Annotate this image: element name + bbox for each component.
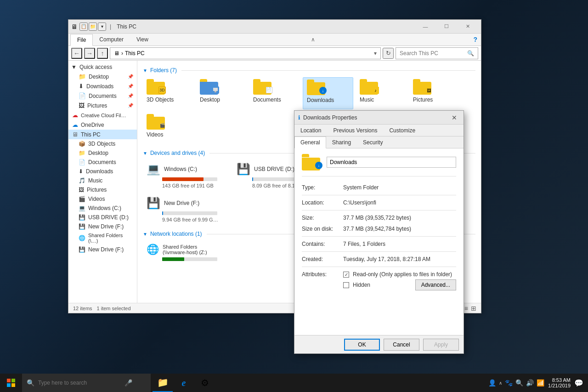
- network-icon[interactable]: 📶: [537, 379, 544, 386]
- folders-collapse-arrow[interactable]: ▼: [143, 68, 147, 73]
- network-drive-icon: 🌐: [147, 244, 159, 256]
- sidebar-item-documents[interactable]: 📄 Documents: [68, 158, 137, 167]
- sidebar-item-videos[interactable]: 🎬 Videos: [68, 194, 137, 204]
- sidebar-item-creative-cloud[interactable]: ☁ Creative Cloud Fil…: [68, 110, 137, 120]
- advanced-btn[interactable]: Advanced...: [415, 279, 456, 290]
- folder-videos[interactable]: 🎬 Videos: [143, 112, 193, 144]
- videos-icon: 🎬: [79, 196, 85, 202]
- sidebar-item-pictures-qa[interactable]: 🖼 Pictures 📌: [68, 101, 137, 110]
- ok-btn[interactable]: OK: [344, 339, 380, 351]
- dialog-close-btn[interactable]: ✕: [449, 113, 460, 123]
- search-box[interactable]: 🔍: [396, 47, 478, 59]
- sidebar-item-downloads[interactable]: ⬇ Downloads: [68, 167, 137, 176]
- address-breadcrumb[interactable]: 🖥 › This PC ▾: [110, 47, 381, 59]
- minimize-btn[interactable]: —: [415, 20, 436, 34]
- sidebar-item-documents-qa[interactable]: 📄 Documents 📌: [68, 91, 137, 101]
- hidden-checkbox[interactable]: [343, 282, 349, 288]
- taskbar-app-other[interactable]: ⚙: [195, 374, 215, 392]
- tab-view[interactable]: View: [130, 34, 155, 45]
- readonly-checkbox[interactable]: [343, 272, 349, 278]
- dialog-tab-security[interactable]: Security: [357, 136, 389, 148]
- folder-label: 3D Objects: [147, 97, 174, 103]
- sidebar-item-pictures[interactable]: 🖼 Pictures: [68, 185, 137, 194]
- refresh-btn[interactable]: ↻: [383, 48, 394, 59]
- sidebar-item-music[interactable]: 🎵 Music: [68, 176, 137, 185]
- devices-collapse-arrow[interactable]: ▼: [143, 151, 147, 156]
- drive-bar: [162, 211, 163, 215]
- view-toggle-details[interactable]: ≡: [464, 305, 468, 312]
- ribbon-expand-btn[interactable]: ∧: [311, 36, 317, 43]
- sidebar-item-onedrive[interactable]: ☁ OneDrive: [68, 120, 137, 130]
- folder-label: Documents: [253, 97, 281, 103]
- qat-new-folder-btn[interactable]: 📁: [89, 23, 97, 31]
- sidebar-label: New Drive (F:): [88, 246, 124, 253]
- sidebar-label: Music: [88, 177, 102, 184]
- folder-3dobjects[interactable]: 3D 3D Objects: [143, 77, 193, 109]
- back-btn[interactable]: ←: [71, 48, 82, 59]
- sidebar-item-new-f2[interactable]: 💾 New Drive (F:): [68, 245, 137, 254]
- folders-section-header[interactable]: ▼ Folders (7): [143, 67, 475, 74]
- folder-downloads[interactable]: ↓ Downloads: [303, 77, 353, 109]
- notification-icon[interactable]: 🐾: [505, 379, 513, 386]
- taskbar-app-edge[interactable]: e: [174, 374, 194, 392]
- taskbar-search-input[interactable]: [38, 380, 121, 386]
- sidebar-quick-access[interactable]: ▼ Quick access: [68, 62, 137, 72]
- tab-file[interactable]: File: [70, 34, 93, 46]
- search-tray-icon[interactable]: 🔍: [515, 379, 523, 386]
- sidebar-item-windows-c[interactable]: 💻 Windows (C:): [68, 204, 137, 213]
- drive-header: 💾 New Drive (F:): [147, 197, 226, 210]
- drive-new-f[interactable]: 💾 New Drive (F:) 9.94 GB free of 9.99 G…: [143, 194, 230, 225]
- folder-pictures[interactable]: 🖼 Pictures: [409, 77, 460, 109]
- view-toggle-icons[interactable]: ⊞: [471, 305, 476, 312]
- icon-row: ♪: [360, 79, 378, 95]
- dialog-tab-previous-versions[interactable]: Previous Versions: [327, 125, 383, 136]
- sidebar-item-this-pc[interactable]: 🖥 This PC: [68, 130, 137, 139]
- search-input[interactable]: [400, 50, 459, 57]
- dialog-tab-sharing[interactable]: Sharing: [326, 136, 357, 148]
- dialog-tab-customize[interactable]: Customize: [383, 125, 421, 136]
- sidebar-item-new-f[interactable]: 💾 New Drive (F:): [68, 222, 137, 231]
- sidebar-item-downloads-qa[interactable]: ⬇ Downloads 📌: [68, 81, 137, 91]
- music-icon: 🎵: [79, 177, 85, 184]
- taskbar-app-explorer[interactable]: 📁: [153, 374, 173, 392]
- taskbar-search-box[interactable]: 🔍 🎤: [22, 374, 151, 392]
- drive-windows-c[interactable]: 💻 Windows (C:) 143 GB free of 191 GB: [143, 160, 230, 191]
- sidebar-item-3dobjects[interactable]: 📦 3D Objects: [68, 139, 137, 148]
- tab-computer[interactable]: Computer: [93, 34, 130, 45]
- close-btn[interactable]: ✕: [457, 20, 478, 34]
- sidebar-item-desktop[interactable]: 📁 Desktop: [68, 148, 137, 158]
- ribbon-help-btn[interactable]: ?: [473, 36, 481, 43]
- maximize-btn[interactable]: ☐: [436, 20, 457, 34]
- usb-icon: 💾: [79, 214, 85, 221]
- forward-btn[interactable]: →: [84, 48, 95, 59]
- chevron-up-icon[interactable]: ∧: [499, 381, 502, 386]
- taskbar-clock[interactable]: 8:53 AM 1/21/2019: [548, 377, 571, 388]
- dialog-tab-general[interactable]: General: [294, 136, 326, 148]
- sidebar-item-usb-d[interactable]: 💾 USB DRIVE (D:): [68, 213, 137, 222]
- dialog-row-location: Location: C:\Users\jonfi: [302, 197, 456, 208]
- windows-logo-icon: [7, 379, 15, 387]
- sidebar-item-shared[interactable]: 🌐 Shared Folders (\…): [68, 231, 137, 245]
- folder-desktop[interactable]: Desktop: [196, 77, 247, 109]
- microphone-icon[interactable]: 🎤: [124, 379, 132, 386]
- folder-documents[interactable]: 📄 Documents: [249, 77, 300, 109]
- breadcrumb-thispc[interactable]: This PC: [125, 50, 145, 57]
- users-icon[interactable]: 👤: [488, 379, 496, 386]
- folder-music[interactable]: ♪ Music: [356, 77, 407, 109]
- dialog-footer: OK Cancel Apply: [294, 335, 464, 353]
- qat-dropdown-btn[interactable]: ▾: [98, 23, 106, 31]
- folder-arrow-overlay: ↓: [315, 162, 322, 169]
- cancel-btn[interactable]: Cancel: [384, 339, 419, 351]
- network-shared-z[interactable]: 🌐 Shared Folders(\\vmware-host) (Z:): [143, 241, 230, 272]
- up-btn[interactable]: ↑: [97, 48, 108, 59]
- volume-icon[interactable]: 🔊: [526, 379, 534, 386]
- apply-btn[interactable]: Apply: [423, 339, 459, 351]
- drive-name: USB DRIVE (D:): [254, 166, 294, 172]
- qat-properties-btn[interactable]: 📋: [79, 23, 88, 31]
- sidebar-item-desktop-qa[interactable]: 📁 Desktop 📌: [68, 72, 137, 81]
- folder-name-input[interactable]: [327, 157, 456, 168]
- dialog-tab-location[interactable]: Location: [294, 125, 327, 136]
- start-button[interactable]: [0, 374, 22, 392]
- action-center-icon[interactable]: 💬: [574, 379, 583, 387]
- network-collapse-arrow[interactable]: ▼: [143, 232, 147, 237]
